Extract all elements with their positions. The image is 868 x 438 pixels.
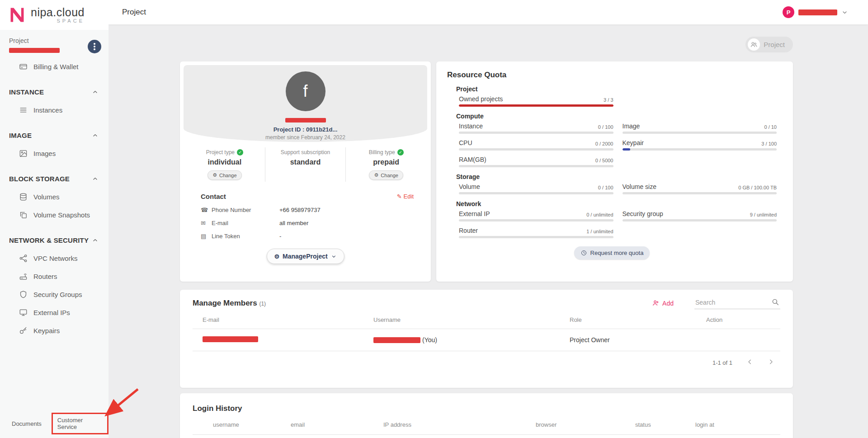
contact-row-phone: ☎ Phone Number +66 958979737 [201, 207, 414, 213]
change-project-type-button[interactable]: ⚙ Change [208, 170, 241, 180]
brand-logo[interactable]: nipa.cloud SPACE [0, 0, 108, 30]
column-header: email [291, 421, 383, 428]
project-attributes: Project type ✓ individual ⚙ Change Suppo… [180, 147, 431, 182]
add-member-button[interactable]: Add [652, 299, 674, 307]
sidebar-section-block-storage[interactable]: BLOCK STORAGE [0, 170, 108, 188]
project-button-label: Project [764, 41, 785, 48]
quota-title: Resource Quota [447, 71, 777, 80]
project-name-redacted [285, 118, 326, 122]
line-token-icon: ▤ [201, 233, 212, 240]
quota-item: Router1 / unlimited [459, 227, 613, 238]
change-billing-type-button[interactable]: ⚙ Change [369, 170, 403, 180]
project-avatar: f [286, 71, 326, 111]
manage-project-button[interactable]: ⚙ ManageProject [266, 249, 344, 264]
sidebar-section-network-security[interactable]: NETWORK & SECURITY [0, 231, 108, 249]
resource-quota-card: Resource Quota Project Owned projects3 /… [436, 61, 793, 282]
sidebar-section-image[interactable]: IMAGE [0, 126, 108, 144]
sidebar-project-label: Project [9, 37, 99, 44]
prev-page-button[interactable] [746, 358, 754, 367]
progress-bar [459, 219, 613, 221]
project-id-text: Project ID : 0911b21d... [274, 126, 338, 133]
login-history-title: Login History [193, 393, 780, 413]
column-header: Username [373, 316, 570, 323]
sidebar-item-label: Volume Snapshots [33, 211, 90, 219]
search-input[interactable] [694, 297, 780, 309]
sidebar-item-label: Billing & Wallet [33, 63, 78, 71]
progress-bar [459, 132, 613, 134]
progress-bar [623, 132, 777, 134]
progress-bar [459, 148, 613, 151]
progress-bar [623, 192, 777, 194]
attr-billing-type: Billing type ✓ prepaid ⚙ Change [345, 147, 426, 182]
external-ips-icon [19, 308, 28, 317]
topbar: Project P [108, 0, 868, 24]
sidebar-item-external-ips[interactable]: External IPs [0, 303, 108, 321]
sidebar-item-label: VPC Networks [33, 254, 78, 262]
member-you-suffix: (You) [422, 336, 437, 344]
phone-icon: ☎ [201, 207, 212, 213]
routers-icon [19, 272, 28, 281]
sidebar-section-instance[interactable]: INSTANCE [0, 83, 108, 101]
contact-row-line-token: ▤ Line Token - [201, 233, 414, 240]
members-icon [750, 41, 758, 48]
username-redacted [798, 9, 837, 15]
page-title: Project [122, 8, 146, 17]
sidebar-item-billing-wallet[interactable]: Billing & Wallet [0, 57, 108, 75]
quota-item: External IP0 / unlimited [459, 210, 613, 221]
sidebar-item-keypairs[interactable]: Keypairs [0, 321, 108, 339]
sidebar-item-routers[interactable]: Routers [0, 267, 108, 285]
sidebar-item-security-groups[interactable]: Security Groups [0, 285, 108, 303]
member-search [694, 297, 780, 309]
chevron-down-icon [331, 254, 337, 259]
chevron-up-icon [92, 237, 99, 244]
sidebar-item-vpc-networks[interactable]: VPC Networks [0, 249, 108, 267]
quota-item: Keypair3 / 100 [623, 139, 777, 151]
edit-contact-button[interactable]: ✎ Edit [397, 193, 414, 200]
verified-icon: ✓ [237, 149, 243, 155]
section-label: NETWORK & SECURITY [9, 236, 89, 244]
progress-bar [459, 104, 613, 107]
sidebar-item-label: Images [33, 150, 56, 157]
login-history-table-header: username email IP address browser status… [193, 421, 780, 435]
attr-label: Project type [206, 149, 235, 155]
manage-members-card: Manage Members (1) Add E-mail Username R… [180, 290, 793, 388]
sidebar-item-images[interactable]: Images [0, 144, 108, 162]
sidebar-item-label: External IPs [33, 309, 70, 316]
vpc-networks-icon [19, 254, 28, 263]
history-clock-icon [580, 250, 587, 256]
progress-bar [623, 148, 777, 151]
sidebar-item-volumes[interactable]: Volumes [0, 188, 108, 206]
member-username-redacted [373, 337, 420, 343]
column-header: status [635, 421, 695, 428]
gear-icon: ⚙ [374, 172, 378, 178]
customer-service-link[interactable]: Customer Service [52, 413, 108, 434]
sidebar-item-label: Security Groups [33, 291, 82, 298]
quota-item: Volume0 / 100 [459, 183, 613, 194]
next-page-button[interactable] [767, 358, 775, 367]
contact-row-email: ✉ E-mail all member [201, 220, 414, 226]
user-menu[interactable]: P [783, 6, 848, 18]
members-pagination: 1-1 of 1 [193, 358, 780, 367]
column-header: username [213, 421, 291, 428]
sidebar-item-volume-snapshots[interactable]: Volume Snapshots [0, 206, 108, 224]
sidebar-item-label: Volumes [33, 193, 60, 201]
quota-item: Owned projects3 / 3 [459, 95, 613, 107]
progress-bar [459, 165, 613, 167]
documents-link[interactable]: Documents [12, 420, 42, 427]
search-icon [771, 298, 779, 306]
members-table-header: E-mail Username Role Action [193, 311, 780, 329]
contact-section: Contact ✎ Edit ☎ Phone Number +66 958979… [180, 182, 431, 240]
attr-value: prepaid [346, 158, 426, 166]
quota-item: CPU0 / 2000 [459, 139, 613, 151]
sidebar-item-instances[interactable]: Instances [0, 101, 108, 119]
project-menu-icon[interactable] [88, 40, 101, 53]
chevron-left-icon [746, 358, 754, 366]
keypairs-icon [19, 326, 28, 335]
request-more-quota-button[interactable]: Request more quota [574, 246, 650, 259]
sidebar-item-label: Keypairs [33, 327, 60, 334]
sidebar-project-block: Project [0, 30, 108, 57]
user-avatar: P [783, 6, 794, 18]
chevron-down-icon [841, 9, 848, 16]
project-button[interactable]: Project [745, 37, 793, 52]
verified-icon: ✓ [397, 149, 404, 155]
